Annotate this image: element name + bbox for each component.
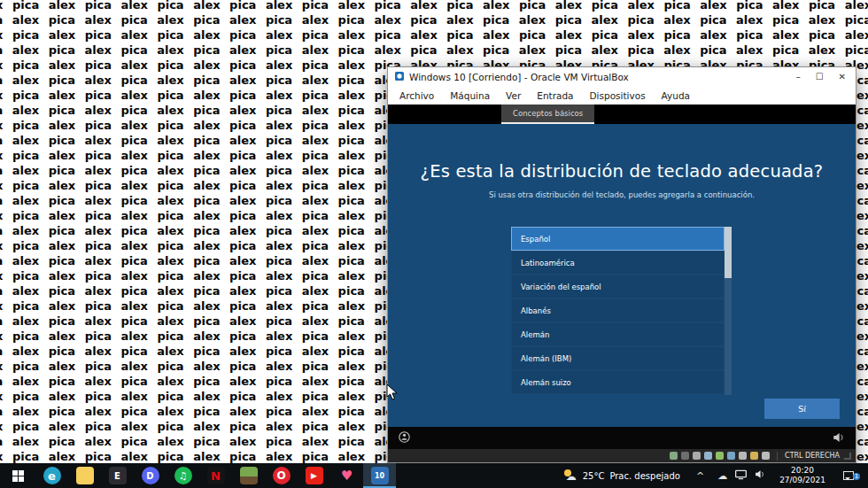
- page-title: ¿Es esta la distribución de teclado adec…: [388, 161, 856, 182]
- taskbar-app-discord[interactable]: D: [134, 463, 167, 488]
- vm-display-icon[interactable]: [670, 452, 678, 460]
- close-icon[interactable]: ✕: [839, 72, 846, 81]
- menu-item-entrada[interactable]: Entrada: [529, 90, 581, 101]
- system-tray: ☁ 25°C Prac. despejado ^ ☁ 20:20 27/09/2…: [554, 463, 868, 488]
- mouse-cursor: [386, 383, 398, 404]
- weather-desc: Prac. despejado: [609, 471, 680, 481]
- vm-display[interactable]: Conceptos básicos ¿Es esta la distribuci…: [388, 105, 856, 449]
- start-button[interactable]: [0, 463, 35, 488]
- vm-recording-icon[interactable]: [681, 452, 689, 460]
- vm-network-icon[interactable]: [727, 452, 735, 460]
- taskbar-apps: eED♫NO▶♥10: [35, 463, 396, 488]
- taskbar-app-edge[interactable]: e: [35, 463, 68, 488]
- vbox-status-icons: [670, 452, 770, 460]
- host-key-label: CTRL DERECHA: [785, 452, 840, 460]
- tray-icons: ☁: [711, 469, 771, 483]
- virtualbox-window[interactable]: Windows 10 [Corriendo] - Oracle VM Virtu…: [387, 66, 856, 463]
- menu-item-máquina[interactable]: Máquina: [442, 90, 498, 101]
- chevron-up-icon[interactable]: ^: [689, 470, 711, 482]
- netflix-icon: N: [207, 467, 225, 484]
- oobe-main: ¿Es esta la distribución de teclado adec…: [388, 124, 856, 427]
- notification-badge: 1: [853, 473, 860, 480]
- taskbar-app-file-explorer[interactable]: [68, 463, 101, 488]
- spotify-icon: ♫: [174, 467, 192, 484]
- clock-date: 27/09/2021: [779, 476, 825, 485]
- keyboard-layout-option[interactable]: Alemán (IBM): [511, 346, 725, 370]
- maximize-icon[interactable]: ☐: [816, 72, 824, 81]
- keyboard-layout-option[interactable]: Español: [511, 227, 725, 251]
- action-center-button[interactable]: 1: [833, 471, 864, 480]
- vm-audio-icon[interactable]: [716, 452, 724, 460]
- menu-item-ver[interactable]: Ver: [498, 90, 529, 101]
- clock[interactable]: 20:20 27/09/2021: [771, 466, 833, 485]
- taskbar-app-spotify[interactable]: ♫: [167, 463, 199, 488]
- clock-time: 20:20: [779, 466, 825, 476]
- network-icon[interactable]: [735, 469, 747, 483]
- window-title: Windows 10 [Corriendo] - Oracle VM Virtu…: [409, 72, 629, 82]
- onedrive-icon[interactable]: ☁: [717, 470, 727, 482]
- weather-widget[interactable]: ☁ 25°C Prac. despejado: [554, 469, 689, 482]
- minecraft-icon: [240, 467, 258, 484]
- vbox-menubar: ArchivoMáquinaVerEntradaDispositivosAyud…: [388, 86, 856, 105]
- vm-optical-disc-icon[interactable]: [704, 452, 712, 460]
- weather-temp: 25°C: [583, 471, 605, 481]
- statusbar-separator: [777, 452, 778, 461]
- page-subtitle: Si usas otra distribución del teclado, p…: [388, 190, 856, 199]
- scrollbar-thumb[interactable]: [725, 227, 732, 278]
- vm-shared-folders-icon[interactable]: [750, 452, 758, 460]
- keyboard-layout-option[interactable]: Albanés: [511, 298, 725, 322]
- vm-usb-icon[interactable]: [739, 452, 747, 460]
- keyboard-layout-list: EspañolLatinoaméricaVariación del españo…: [511, 227, 725, 395]
- taskbar-app-heart-app[interactable]: ♥: [330, 463, 363, 488]
- keyboard-layout-option[interactable]: Alemán: [511, 322, 725, 346]
- vbox-statusbar: CTRL DERECHA: [388, 449, 856, 462]
- youtube-icon: ▶: [306, 467, 323, 484]
- minimize-icon[interactable]: –: [796, 72, 801, 81]
- taskbar-app-epic-games[interactable]: E: [101, 463, 134, 488]
- keyboard-layout-option[interactable]: Variación del español: [511, 275, 725, 298]
- virtualbox-vm-icon: 10: [371, 467, 389, 484]
- volume-tray-icon[interactable]: [755, 469, 765, 482]
- taskbar-app-netflix[interactable]: N: [199, 463, 232, 488]
- yes-button[interactable]: Sí: [764, 399, 840, 419]
- oobe-topbar: Conceptos básicos: [388, 105, 856, 124]
- windows-logo-icon: [12, 470, 24, 482]
- vbox-titlebar[interactable]: Windows 10 [Corriendo] - Oracle VM Virtu…: [388, 67, 856, 86]
- discord-icon: D: [142, 467, 159, 484]
- edge-icon: e: [43, 467, 61, 484]
- file-explorer-icon: [76, 467, 94, 484]
- taskbar-app-virtualbox-vm[interactable]: 10: [363, 463, 396, 488]
- oobe-bottombar: [388, 427, 856, 449]
- resize-grip-icon[interactable]: [844, 453, 851, 460]
- taskbar-app-opera[interactable]: O: [265, 463, 298, 488]
- taskbar-app-minecraft[interactable]: [232, 463, 265, 488]
- opera-icon: O: [273, 467, 291, 484]
- menu-item-archivo[interactable]: Archivo: [391, 90, 442, 101]
- vm-mouse-integration-icon[interactable]: [762, 452, 770, 460]
- volume-icon[interactable]: [833, 430, 845, 446]
- weather-icon: ☁: [563, 469, 577, 482]
- taskbar: eED♫NO▶♥10 ☁ 25°C Prac. despejado ^ ☁ 20…: [0, 463, 868, 488]
- taskbar-app-youtube[interactable]: ▶: [298, 463, 330, 488]
- virtualbox-logo-icon: [394, 68, 405, 85]
- keyboard-layout-option[interactable]: Alemán suizo: [511, 370, 725, 394]
- ease-of-access-icon[interactable]: [399, 430, 410, 446]
- keyboard-layout-listbox: EspañolLatinoaméricaVariación del españo…: [511, 227, 732, 395]
- list-scrollbar[interactable]: [725, 227, 732, 395]
- heart-app-icon: ♥: [338, 467, 356, 484]
- keyboard-layout-option[interactable]: Latinoamérica: [511, 251, 725, 275]
- menu-item-ayuda[interactable]: Ayuda: [654, 90, 698, 101]
- vm-hdd-icon[interactable]: [693, 452, 701, 460]
- tab-conceptos-basicos[interactable]: Conceptos básicos: [501, 105, 594, 124]
- menu-item-dispositivos[interactable]: Dispositivos: [582, 90, 654, 101]
- epic-games-icon: E: [109, 467, 127, 484]
